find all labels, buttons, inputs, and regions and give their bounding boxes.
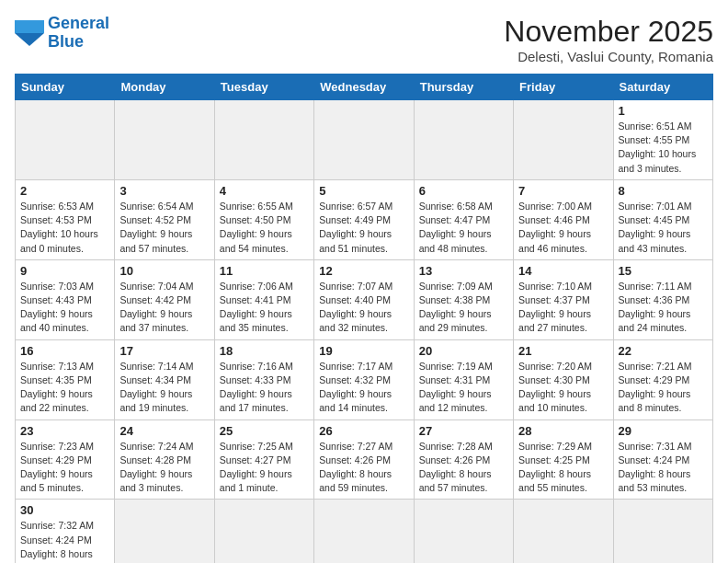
day-number: 7	[518, 184, 608, 198]
day-number: 1	[619, 104, 708, 118]
day-info: Sunrise: 7:28 AMSunset: 4:26 PMDaylight:…	[419, 440, 508, 496]
day-number: 16	[20, 344, 109, 358]
calendar-day-cell: 17Sunrise: 7:14 AMSunset: 4:34 PMDayligh…	[115, 339, 214, 419]
day-number: 6	[419, 184, 508, 198]
day-info: Sunrise: 6:53 AMSunset: 4:53 PMDaylight:…	[20, 200, 109, 256]
weekday-header: Thursday	[414, 75, 513, 100]
calendar-day-cell: 10Sunrise: 7:04 AMSunset: 4:42 PMDayligh…	[115, 259, 214, 339]
day-info: Sunrise: 7:27 AMSunset: 4:26 PMDaylight:…	[319, 440, 408, 496]
calendar-week-row: 30Sunrise: 7:32 AMSunset: 4:24 PMDayligh…	[16, 500, 713, 563]
day-info: Sunrise: 7:17 AMSunset: 4:32 PMDaylight:…	[319, 360, 408, 416]
calendar-day-cell: 3Sunrise: 6:54 AMSunset: 4:52 PMDaylight…	[115, 179, 214, 259]
title-block: November 2025 Delesti, Vaslui County, Ro…	[504, 15, 713, 64]
day-number: 19	[319, 344, 408, 358]
calendar-week-row: 23Sunrise: 7:23 AMSunset: 4:29 PMDayligh…	[16, 419, 713, 500]
weekday-header: Sunday	[16, 75, 115, 100]
weekday-header: Monday	[115, 75, 214, 100]
weekday-header: Wednesday	[314, 75, 414, 100]
calendar-week-row: 9Sunrise: 7:03 AMSunset: 4:43 PMDaylight…	[16, 259, 713, 339]
day-info: Sunrise: 7:23 AMSunset: 4:29 PMDaylight:…	[20, 440, 109, 496]
day-info: Sunrise: 7:14 AMSunset: 4:34 PMDaylight:…	[119, 360, 209, 416]
calendar-day-cell: 22Sunrise: 7:21 AMSunset: 4:29 PMDayligh…	[613, 339, 712, 419]
day-info: Sunrise: 7:25 AMSunset: 4:27 PMDaylight:…	[220, 440, 309, 496]
day-info: Sunrise: 7:31 AMSunset: 4:24 PMDaylight:…	[619, 440, 708, 496]
calendar-day-cell	[115, 500, 214, 563]
calendar-week-row: 2Sunrise: 6:53 AMSunset: 4:53 PMDaylight…	[16, 179, 713, 259]
day-number: 15	[619, 264, 708, 278]
calendar-day-cell: 6Sunrise: 6:58 AMSunset: 4:47 PMDaylight…	[414, 179, 513, 259]
day-number: 17	[119, 344, 209, 358]
day-number: 8	[619, 184, 708, 198]
calendar-day-cell	[115, 100, 214, 180]
calendar-day-cell: 29Sunrise: 7:31 AMSunset: 4:24 PMDayligh…	[613, 419, 712, 500]
day-number: 18	[220, 344, 309, 358]
weekday-header: Tuesday	[214, 75, 313, 100]
calendar-week-row: 16Sunrise: 7:13 AMSunset: 4:35 PMDayligh…	[16, 339, 713, 419]
logo-general: General	[48, 14, 109, 32]
day-info: Sunrise: 6:57 AMSunset: 4:49 PMDaylight:…	[319, 200, 408, 256]
calendar-day-cell	[414, 100, 513, 180]
logo: General Blue	[15, 15, 109, 52]
calendar-day-cell: 15Sunrise: 7:11 AMSunset: 4:36 PMDayligh…	[613, 259, 712, 339]
calendar-day-cell: 23Sunrise: 7:23 AMSunset: 4:29 PMDayligh…	[16, 419, 115, 500]
day-info: Sunrise: 7:29 AMSunset: 4:25 PMDaylight:…	[518, 440, 608, 496]
calendar-day-cell: 18Sunrise: 7:16 AMSunset: 4:33 PMDayligh…	[214, 339, 313, 419]
day-number: 5	[319, 184, 408, 198]
day-info: Sunrise: 7:32 AMSunset: 4:24 PMDaylight:…	[20, 519, 109, 563]
calendar-day-cell	[214, 100, 313, 180]
day-number: 10	[119, 264, 209, 278]
day-number: 9	[20, 264, 109, 278]
calendar-day-cell: 14Sunrise: 7:10 AMSunset: 4:37 PMDayligh…	[514, 259, 613, 339]
calendar-day-cell: 19Sunrise: 7:17 AMSunset: 4:32 PMDayligh…	[314, 339, 414, 419]
day-number: 11	[220, 264, 309, 278]
day-info: Sunrise: 7:04 AMSunset: 4:42 PMDaylight:…	[119, 280, 209, 336]
day-number: 23	[20, 424, 109, 438]
calendar-day-cell: 1Sunrise: 6:51 AMSunset: 4:55 PMDaylight…	[613, 100, 712, 180]
calendar-day-cell: 25Sunrise: 7:25 AMSunset: 4:27 PMDayligh…	[214, 419, 313, 500]
day-number: 24	[119, 424, 209, 438]
calendar-day-cell	[16, 100, 115, 180]
day-number: 29	[619, 424, 708, 438]
calendar-day-cell: 13Sunrise: 7:09 AMSunset: 4:38 PMDayligh…	[414, 259, 513, 339]
calendar-day-cell: 4Sunrise: 6:55 AMSunset: 4:50 PMDaylight…	[214, 179, 313, 259]
calendar-week-row: 1Sunrise: 6:51 AMSunset: 4:55 PMDaylight…	[16, 100, 713, 180]
calendar-table: SundayMondayTuesdayWednesdayThursdayFrid…	[15, 74, 713, 563]
day-info: Sunrise: 7:03 AMSunset: 4:43 PMDaylight:…	[20, 280, 109, 336]
day-number: 22	[619, 344, 708, 358]
page-header: General Blue November 2025 Delesti, Vasl…	[15, 15, 713, 64]
day-info: Sunrise: 6:55 AMSunset: 4:50 PMDaylight:…	[220, 200, 309, 256]
calendar-day-cell: 16Sunrise: 7:13 AMSunset: 4:35 PMDayligh…	[16, 339, 115, 419]
calendar-day-cell	[514, 100, 613, 180]
weekday-header: Saturday	[613, 75, 712, 100]
calendar-day-cell	[314, 500, 414, 563]
svg-marker-1	[15, 20, 44, 33]
day-info: Sunrise: 7:19 AMSunset: 4:31 PMDaylight:…	[419, 360, 508, 416]
day-info: Sunrise: 7:09 AMSunset: 4:38 PMDaylight:…	[419, 280, 508, 336]
calendar-day-cell: 5Sunrise: 6:57 AMSunset: 4:49 PMDaylight…	[314, 179, 414, 259]
day-info: Sunrise: 7:01 AMSunset: 4:45 PMDaylight:…	[619, 200, 708, 256]
calendar-day-cell: 9Sunrise: 7:03 AMSunset: 4:43 PMDaylight…	[16, 259, 115, 339]
calendar-day-cell: 21Sunrise: 7:20 AMSunset: 4:30 PMDayligh…	[514, 339, 613, 419]
day-info: Sunrise: 6:51 AMSunset: 4:55 PMDaylight:…	[619, 120, 708, 176]
calendar-day-cell	[214, 500, 313, 563]
day-number: 20	[419, 344, 508, 358]
calendar-day-cell: 26Sunrise: 7:27 AMSunset: 4:26 PMDayligh…	[314, 419, 414, 500]
location-subtitle: Delesti, Vaslui County, Romania	[504, 49, 713, 64]
day-number: 21	[518, 344, 608, 358]
day-number: 4	[220, 184, 309, 198]
day-info: Sunrise: 7:24 AMSunset: 4:28 PMDaylight:…	[119, 440, 209, 496]
calendar-day-cell: 28Sunrise: 7:29 AMSunset: 4:25 PMDayligh…	[514, 419, 613, 500]
day-number: 12	[319, 264, 408, 278]
weekday-header: Friday	[514, 75, 613, 100]
day-info: Sunrise: 7:20 AMSunset: 4:30 PMDaylight:…	[518, 360, 608, 416]
day-info: Sunrise: 7:16 AMSunset: 4:33 PMDaylight:…	[220, 360, 309, 416]
day-number: 3	[119, 184, 209, 198]
logo-icon	[15, 20, 44, 46]
calendar-day-cell	[613, 500, 712, 563]
day-number: 14	[518, 264, 608, 278]
calendar-day-cell: 8Sunrise: 7:01 AMSunset: 4:45 PMDaylight…	[613, 179, 712, 259]
day-info: Sunrise: 7:21 AMSunset: 4:29 PMDaylight:…	[619, 360, 708, 416]
calendar-day-cell: 11Sunrise: 7:06 AMSunset: 4:41 PMDayligh…	[214, 259, 313, 339]
calendar-day-cell: 24Sunrise: 7:24 AMSunset: 4:28 PMDayligh…	[115, 419, 214, 500]
day-number: 30	[20, 503, 109, 517]
